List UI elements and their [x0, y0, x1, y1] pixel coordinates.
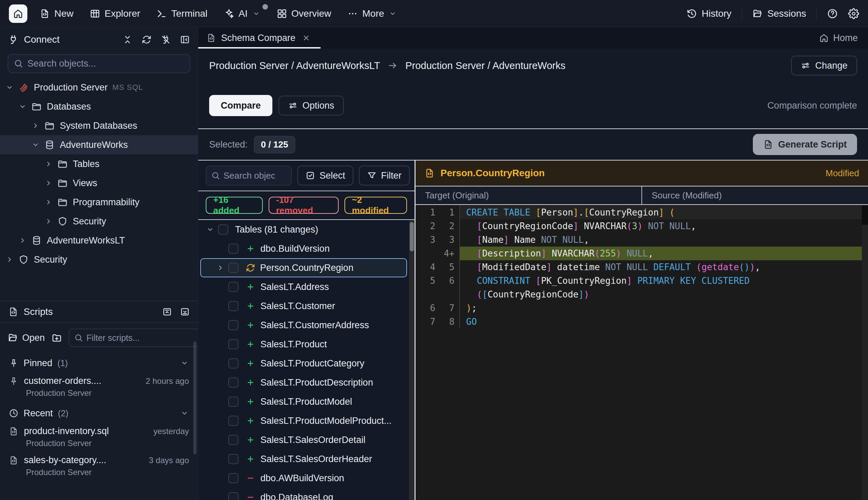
shield-icon [18, 254, 30, 265]
refresh-button[interactable] [142, 35, 152, 44]
filter-scripts-input[interactable] [87, 333, 197, 343]
tree-item-security[interactable]: Security [0, 250, 198, 269]
list-item-dbo-awbuildversion[interactable]: dbo.AWBuildVersion [198, 469, 414, 488]
tree-item-security[interactable]: Security [0, 212, 198, 231]
settings-button[interactable] [848, 8, 859, 19]
search-objects-input[interactable] [27, 58, 184, 69]
scripts-toolbar: Open [0, 323, 198, 352]
chevron-right-icon [31, 121, 40, 130]
nav-item-label: Overview [291, 8, 332, 19]
new-folder-button[interactable] [52, 333, 62, 343]
badge-added[interactable]: +16 added [206, 197, 263, 214]
list-item-saleslt-salesorderheader[interactable]: SalesLT.SalesOrderHeader [198, 450, 414, 469]
source-line-number: 7 [435, 303, 455, 313]
tree-item-adventureworkslt[interactable]: AdventureWorksLT [0, 231, 198, 250]
nav-item-more[interactable]: More [347, 8, 397, 19]
nav-item-terminal[interactable]: Terminal [156, 8, 208, 19]
list-item-saleslt-customeraddress[interactable]: SalesLT.CustomerAddress [198, 316, 414, 335]
tree-item-tables[interactable]: Tables [0, 155, 198, 173]
tree-item-databases[interactable]: Databases [0, 97, 198, 116]
script-item[interactable]: sales-by-category....3 days agoProductio… [0, 453, 198, 482]
funnel-icon [367, 171, 377, 180]
list-item-saleslt-productcategory[interactable]: SalesLT.ProductCategory [198, 354, 414, 373]
dock-top-button[interactable] [162, 307, 172, 317]
nav-item-ai[interactable]: AI [224, 8, 260, 19]
plus-icon [245, 301, 256, 311]
filter-button[interactable]: Filter [359, 166, 410, 185]
close-tab-icon[interactable] [302, 34, 310, 42]
nav-item-label: AI [238, 8, 247, 19]
list-group-tables[interactable]: Tables (81 changes) [198, 220, 414, 239]
checkbox[interactable] [228, 301, 238, 311]
tree-item-views[interactable]: Views [0, 173, 198, 193]
list-search-input[interactable] [223, 170, 275, 181]
checkbox[interactable] [228, 473, 238, 483]
nav-item-new[interactable]: New [40, 8, 74, 19]
server-type-label: MS SQL [112, 83, 143, 92]
checkbox[interactable] [228, 263, 238, 273]
nav-item-explorer[interactable]: Explorer [90, 8, 140, 19]
nav-item-history[interactable]: History [687, 8, 731, 19]
home-icon [819, 33, 829, 43]
change-button[interactable]: Change [791, 56, 857, 76]
select-button[interactable]: Select [297, 166, 353, 185]
checkbox[interactable] [228, 320, 238, 330]
scripts-group-header-recent[interactable]: Recent(2) [0, 403, 198, 424]
chevron-right-icon [44, 198, 53, 207]
tree-item-adventureworks[interactable]: AdventureWorks [0, 135, 198, 155]
checkbox[interactable] [228, 435, 238, 445]
generate-script-button[interactable]: Generate Script [753, 134, 857, 155]
tree-item-programmability[interactable]: Programmability [0, 193, 198, 212]
refresh-icon [142, 35, 152, 44]
checkbox[interactable] [228, 397, 238, 407]
nav-item-sessions[interactable]: Sessions [752, 8, 806, 19]
code-scrollbar[interactable] [862, 206, 868, 500]
disconnect-button[interactable] [161, 35, 170, 44]
list-scrollbar[interactable] [409, 220, 414, 500]
list-item-person-countryregion[interactable]: Person.CountryRegion [200, 258, 407, 277]
tree-item-production-server[interactable]: Production ServerMS SQL [0, 78, 198, 97]
nav-item-label: Explorer [104, 8, 140, 19]
collapse-all-button[interactable] [123, 35, 132, 44]
list-item-dbo-buildversion[interactable]: dbo.BuildVersion [198, 239, 414, 258]
checkbox[interactable] [228, 339, 238, 349]
script-item[interactable]: product-inventory.sqlyesterdayProduction… [0, 424, 198, 453]
script-item[interactable]: customer-orders....2 hours agoProduction… [0, 374, 198, 403]
list-item-dbo-databaselog[interactable]: dbo.DatabaseLog [198, 488, 414, 500]
nav-item-overview[interactable]: Overview [277, 8, 332, 19]
open-script-button[interactable]: Open [8, 333, 45, 343]
folder-plus-icon [52, 333, 62, 343]
tree-item-system-databases[interactable]: System Databases [0, 116, 198, 135]
scripts-group-header-pinned[interactable]: Pinned(1) [0, 352, 198, 374]
compare-button[interactable]: Compare [209, 95, 272, 116]
list-item-saleslt-productmodel[interactable]: SalesLT.ProductModel [198, 392, 414, 411]
checkbox[interactable] [228, 492, 238, 500]
home-button[interactable] [9, 4, 27, 23]
list-item-saleslt-address[interactable]: SalesLT.Address [198, 277, 414, 296]
sidebar-scrollbar[interactable] [193, 342, 197, 454]
checkbox[interactable] [228, 377, 238, 388]
checkbox[interactable] [228, 243, 238, 254]
tab-schema-compare[interactable]: Schema Compare [198, 27, 321, 48]
badge-removed[interactable]: -107 removed [269, 197, 339, 214]
home-link[interactable]: Home [819, 33, 858, 43]
checkbox[interactable] [228, 416, 238, 426]
collapse-panel-button[interactable] [180, 35, 190, 44]
checkbox[interactable] [228, 454, 238, 464]
list-item-saleslt-productmodelproduct[interactable]: SalesLT.ProductModelProduct... [198, 411, 414, 430]
code-line: 4+ [Description] NVARCHAR(255) NULL, [415, 247, 868, 260]
options-button[interactable]: Options [279, 95, 344, 115]
checkbox[interactable] [228, 282, 238, 292]
compare-toolbar: Compare Options Comparison complete [198, 83, 868, 128]
checkbox[interactable] [228, 358, 238, 368]
list-item-saleslt-productdescription[interactable]: SalesLT.ProductDescription [198, 373, 414, 392]
help-button[interactable] [827, 8, 838, 19]
dock-bottom-button[interactable] [180, 307, 190, 317]
list-item-label: dbo.BuildVersion [260, 243, 330, 254]
list-item-saleslt-salesorderdetail[interactable]: SalesLT.SalesOrderDetail [198, 430, 414, 450]
script-time: 2 hours ago [146, 376, 189, 386]
checkbox[interactable] [218, 224, 228, 235]
badge-modified[interactable]: ~2 modified [344, 197, 407, 214]
list-item-saleslt-customer[interactable]: SalesLT.Customer [198, 296, 414, 316]
list-item-saleslt-product[interactable]: SalesLT.Product [198, 335, 414, 354]
